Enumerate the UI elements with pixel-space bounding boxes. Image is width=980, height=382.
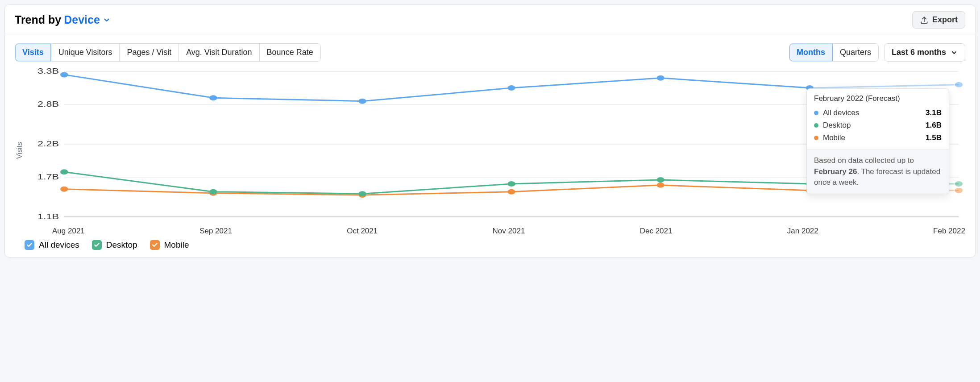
legend: All devicesDesktopMobile bbox=[15, 240, 965, 250]
series-dot-icon bbox=[814, 111, 818, 115]
tooltip-series-label: Desktop bbox=[823, 121, 851, 130]
export-icon bbox=[920, 16, 929, 25]
svg-text:3.3B: 3.3B bbox=[37, 67, 59, 75]
tooltip-footer-date: February 26 bbox=[814, 167, 857, 176]
legend-item-mobile[interactable]: Mobile bbox=[150, 240, 189, 250]
tooltip-row: Mobile1.5B bbox=[814, 132, 942, 144]
svg-point-21 bbox=[507, 181, 515, 187]
x-tick-label: Aug 2021 bbox=[52, 227, 85, 236]
svg-point-24 bbox=[954, 181, 963, 187]
export-button[interactable]: Export bbox=[912, 11, 965, 29]
legend-checkbox-icon bbox=[92, 240, 102, 250]
granularity-tabs: MonthsQuarters bbox=[789, 43, 879, 62]
svg-point-28 bbox=[507, 85, 515, 91]
svg-text:1.7B: 1.7B bbox=[37, 173, 59, 181]
x-tick-label: Sep 2021 bbox=[199, 227, 232, 236]
tooltip-row: All devices3.1B bbox=[814, 107, 942, 119]
chart-inner: 3.3B2.8B2.2B1.7B1.1B Aug 2021Sep 2021Oct… bbox=[26, 65, 965, 236]
tooltip-rows: All devices3.1BDesktop1.6BMobile1.5B bbox=[807, 107, 949, 149]
svg-point-14 bbox=[507, 189, 515, 195]
svg-point-17 bbox=[954, 187, 963, 194]
svg-point-29 bbox=[656, 75, 664, 81]
svg-point-25 bbox=[60, 72, 68, 77]
card-title: Trend by Device bbox=[15, 13, 111, 26]
x-tick-label: Feb 2022 bbox=[933, 227, 965, 236]
granularity-tab-months[interactable]: Months bbox=[789, 44, 833, 61]
svg-text:2.8B: 2.8B bbox=[37, 100, 59, 108]
tooltip-series-value: 1.5B bbox=[926, 133, 942, 142]
card-header: Trend by Device Export bbox=[5, 5, 975, 35]
x-axis-labels: Aug 2021Sep 2021Oct 2021Nov 2021Dec 2021… bbox=[26, 227, 965, 236]
granularity-tab-quarters[interactable]: Quarters bbox=[833, 44, 878, 61]
series-dot-icon bbox=[814, 136, 818, 140]
svg-point-11 bbox=[60, 187, 68, 192]
legend-checkbox-icon bbox=[25, 240, 34, 250]
tooltip-row: Desktop1.6B bbox=[814, 119, 942, 132]
legend-checkbox-icon bbox=[150, 240, 160, 250]
tooltip-series-label: Mobile bbox=[823, 133, 845, 142]
metric-tab-pages-visit[interactable]: Pages / Visit bbox=[120, 44, 179, 61]
tooltip-footer: Based on data collected up to February 2… bbox=[807, 149, 949, 194]
svg-point-31 bbox=[954, 82, 963, 88]
x-tick-label: Dec 2021 bbox=[640, 227, 673, 236]
chart-area: Visits 3.3B2.8B2.2B1.7B1.1B Aug 2021Sep … bbox=[15, 65, 965, 236]
card-body: VisitsUnique VisitorsPages / VisitAvg. V… bbox=[5, 35, 975, 257]
title-dimension-dropdown[interactable]: Device bbox=[64, 13, 111, 26]
tooltip-series-value: 1.6B bbox=[926, 121, 942, 130]
svg-point-27 bbox=[358, 99, 366, 104]
tooltip-title: February 2022 (Forecast) bbox=[807, 89, 949, 107]
date-range-select[interactable]: Last 6 months bbox=[884, 43, 965, 62]
svg-point-18 bbox=[60, 169, 68, 174]
legend-label: All devices bbox=[39, 240, 79, 250]
svg-point-15 bbox=[656, 183, 664, 188]
legend-item-desktop[interactable]: Desktop bbox=[92, 240, 137, 250]
metric-tab-unique-visitors[interactable]: Unique Visitors bbox=[51, 44, 120, 61]
title-link-label: Device bbox=[64, 13, 100, 26]
y-axis-title: Visits bbox=[15, 142, 25, 159]
svg-point-20 bbox=[358, 191, 366, 196]
svg-point-19 bbox=[209, 189, 217, 195]
svg-point-26 bbox=[209, 95, 217, 100]
metric-tab-avg-visit-duration[interactable]: Avg. Visit Duration bbox=[179, 44, 259, 61]
forecast-tooltip: February 2022 (Forecast) All devices3.1B… bbox=[806, 88, 949, 194]
legend-item-all-devices[interactable]: All devices bbox=[25, 240, 79, 250]
series-dot-icon bbox=[814, 123, 818, 128]
svg-point-22 bbox=[656, 177, 664, 183]
controls-row: VisitsUnique VisitorsPages / VisitAvg. V… bbox=[15, 43, 965, 62]
chevron-down-icon bbox=[951, 49, 958, 56]
chevron-down-icon bbox=[103, 16, 111, 24]
svg-text:1.1B: 1.1B bbox=[37, 213, 59, 221]
legend-label: Desktop bbox=[106, 240, 137, 250]
date-range-label: Last 6 months bbox=[892, 48, 946, 57]
tooltip-series-value: 3.1B bbox=[926, 108, 942, 117]
metric-tab-bounce-rate[interactable]: Bounce Rate bbox=[260, 44, 320, 61]
svg-text:2.2B: 2.2B bbox=[37, 140, 59, 148]
metric-tab-visits[interactable]: Visits bbox=[15, 44, 51, 61]
metric-tabs: VisitsUnique VisitorsPages / VisitAvg. V… bbox=[15, 43, 321, 62]
tooltip-series-label: All devices bbox=[823, 108, 859, 117]
trend-card: Trend by Device Export VisitsUnique Visi… bbox=[4, 4, 976, 257]
export-label: Export bbox=[932, 15, 958, 25]
x-tick-label: Jan 2022 bbox=[787, 227, 818, 236]
x-tick-label: Nov 2021 bbox=[493, 227, 525, 236]
legend-label: Mobile bbox=[164, 240, 189, 250]
x-tick-label: Oct 2021 bbox=[347, 227, 378, 236]
title-prefix: Trend by bbox=[15, 13, 61, 26]
tooltip-footer-prefix: Based on data collected up to bbox=[814, 156, 914, 165]
controls-right: MonthsQuarters Last 6 months bbox=[789, 43, 965, 62]
